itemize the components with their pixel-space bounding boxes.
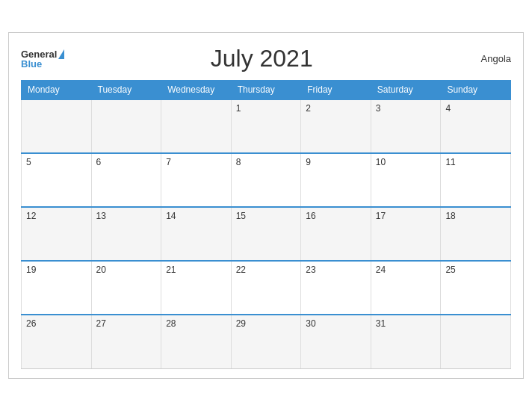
day-number: 30 bbox=[306, 318, 366, 329]
day-number: 28 bbox=[166, 318, 226, 329]
day-cell-1: 1 bbox=[231, 99, 301, 153]
day-number: 9 bbox=[306, 157, 366, 167]
day-cell-12: 12 bbox=[22, 207, 92, 261]
week-row-3: 12131415161718 bbox=[22, 207, 511, 261]
day-cell-20: 20 bbox=[91, 261, 161, 315]
day-cell-19: 19 bbox=[22, 261, 92, 315]
weekday-header-friday: Friday bbox=[301, 81, 371, 100]
day-cell-9: 9 bbox=[301, 153, 371, 207]
day-number: 23 bbox=[306, 265, 366, 275]
weekday-header-tuesday: Tuesday bbox=[91, 81, 161, 100]
empty-day-cell bbox=[22, 99, 92, 153]
day-cell-5: 5 bbox=[22, 153, 92, 207]
empty-day-cell bbox=[161, 99, 232, 153]
day-number: 3 bbox=[376, 103, 436, 114]
calendar-wrapper: General Blue July 2021 Angola MondayTues… bbox=[8, 32, 524, 379]
day-cell-8: 8 bbox=[231, 153, 301, 207]
day-number: 12 bbox=[26, 211, 87, 221]
day-number: 27 bbox=[96, 318, 157, 329]
logo-triangle-icon bbox=[58, 49, 64, 59]
day-cell-6: 6 bbox=[91, 153, 161, 207]
weekday-header-row: MondayTuesdayWednesdayThursdayFridaySatu… bbox=[22, 81, 511, 100]
logo-general-text: General bbox=[21, 49, 57, 59]
week-row-5: 262728293031 bbox=[22, 315, 511, 368]
day-number: 10 bbox=[376, 157, 436, 167]
day-number: 7 bbox=[166, 157, 226, 167]
day-number: 22 bbox=[236, 265, 297, 275]
day-cell-18: 18 bbox=[441, 207, 511, 261]
logo-text: General Blue bbox=[21, 49, 64, 69]
week-row-4: 19202122232425 bbox=[22, 261, 511, 315]
day-number: 18 bbox=[445, 211, 506, 221]
day-cell-16: 16 bbox=[301, 207, 371, 261]
day-cell-13: 13 bbox=[91, 207, 161, 261]
day-cell-25: 25 bbox=[441, 261, 511, 315]
logo: General Blue bbox=[21, 49, 64, 69]
weekday-header-sunday: Sunday bbox=[441, 81, 511, 100]
logo-blue-text: Blue bbox=[21, 59, 42, 69]
day-cell-22: 22 bbox=[231, 261, 301, 315]
day-number: 21 bbox=[166, 265, 226, 275]
empty-day-cell bbox=[441, 315, 511, 368]
day-number: 19 bbox=[26, 265, 87, 275]
day-cell-26: 26 bbox=[22, 315, 92, 368]
calendar-title: July 2021 bbox=[64, 45, 459, 72]
day-cell-11: 11 bbox=[441, 153, 511, 207]
day-cell-27: 27 bbox=[91, 315, 161, 368]
day-number: 14 bbox=[166, 211, 226, 221]
day-number: 29 bbox=[236, 318, 297, 329]
day-number: 31 bbox=[376, 318, 436, 329]
day-cell-31: 31 bbox=[371, 315, 441, 368]
week-row-1: 1234 bbox=[22, 99, 511, 153]
weekday-header-thursday: Thursday bbox=[231, 81, 301, 100]
day-number: 11 bbox=[445, 157, 506, 167]
day-cell-14: 14 bbox=[161, 207, 232, 261]
day-cell-4: 4 bbox=[441, 99, 511, 153]
day-cell-28: 28 bbox=[161, 315, 232, 368]
day-cell-3: 3 bbox=[371, 99, 441, 153]
day-cell-17: 17 bbox=[371, 207, 441, 261]
day-number: 1 bbox=[236, 103, 297, 114]
day-number: 25 bbox=[445, 265, 506, 275]
weekday-header-saturday: Saturday bbox=[371, 81, 441, 100]
day-cell-10: 10 bbox=[371, 153, 441, 207]
day-number: 6 bbox=[96, 157, 157, 167]
day-cell-2: 2 bbox=[301, 99, 371, 153]
day-number: 15 bbox=[236, 211, 297, 221]
day-number: 8 bbox=[236, 157, 297, 167]
weekday-header-monday: Monday bbox=[22, 81, 92, 100]
week-row-2: 567891011 bbox=[22, 153, 511, 207]
day-number: 5 bbox=[26, 157, 87, 167]
day-number: 4 bbox=[445, 103, 506, 114]
day-number: 24 bbox=[376, 265, 436, 275]
calendar-grid: MondayTuesdayWednesdayThursdayFridaySatu… bbox=[21, 80, 511, 369]
empty-day-cell bbox=[91, 99, 161, 153]
day-number: 2 bbox=[306, 103, 366, 114]
day-cell-30: 30 bbox=[301, 315, 371, 368]
day-cell-7: 7 bbox=[161, 153, 232, 207]
calendar-header: General Blue July 2021 Angola bbox=[21, 45, 511, 72]
day-number: 26 bbox=[26, 318, 87, 329]
day-number: 13 bbox=[96, 211, 157, 221]
day-cell-24: 24 bbox=[371, 261, 441, 315]
day-number: 17 bbox=[376, 211, 436, 221]
day-number: 20 bbox=[96, 265, 157, 275]
day-cell-15: 15 bbox=[231, 207, 301, 261]
country-label: Angola bbox=[459, 53, 511, 64]
day-cell-21: 21 bbox=[161, 261, 232, 315]
day-cell-23: 23 bbox=[301, 261, 371, 315]
day-cell-29: 29 bbox=[231, 315, 301, 368]
weekday-header-wednesday: Wednesday bbox=[161, 81, 232, 100]
day-number: 16 bbox=[306, 211, 366, 221]
